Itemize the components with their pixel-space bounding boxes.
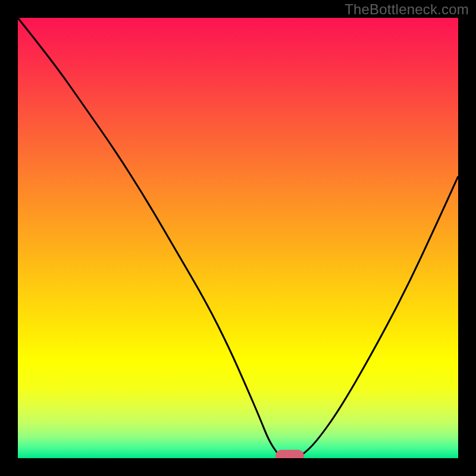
plot-area (18, 18, 458, 458)
optimal-marker (275, 450, 304, 458)
gradient-background (18, 18, 458, 458)
plot-svg (18, 18, 458, 458)
watermark-text: TheBottleneck.com (345, 1, 469, 18)
chart-frame: TheBottleneck.com (0, 0, 476, 476)
